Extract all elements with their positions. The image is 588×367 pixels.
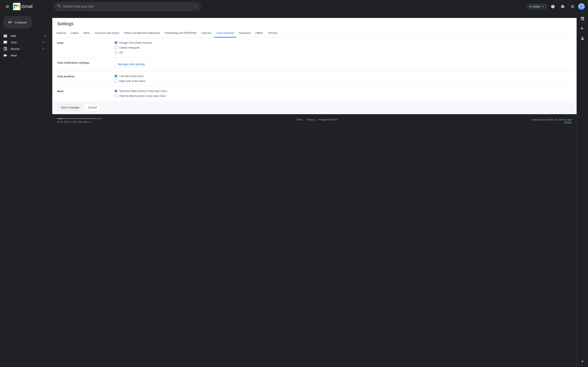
left-side-radio[interactable] bbox=[114, 75, 118, 78]
calendar-panel-icon[interactable] bbox=[579, 15, 587, 23]
manage-chat-settings-button[interactable]: Manage chat settings bbox=[114, 61, 148, 68]
meet-label: Meet bbox=[11, 54, 17, 57]
google-chat-option[interactable]: Google Chat (Early Access) bbox=[114, 41, 152, 44]
chat-off-radio[interactable] bbox=[114, 51, 118, 54]
save-changes-button[interactable]: Save Changes bbox=[57, 104, 83, 111]
settings-rows: Chat: Google Chat (Early Access) Classic… bbox=[52, 38, 577, 101]
content-area: Settings General Labels Inbox Accounts a… bbox=[52, 13, 577, 367]
topbar-left: Gmail bbox=[3, 2, 52, 11]
menu-icon[interactable] bbox=[3, 2, 11, 11]
status-badge[interactable]: Active bbox=[527, 4, 547, 9]
privacy-link[interactable]: Privacy bbox=[307, 118, 315, 121]
tab-advanced[interactable]: Advanced bbox=[236, 29, 253, 38]
meet-icon bbox=[3, 53, 7, 58]
chat-setting-row: Chat: Google Chat (Early Access) Classic… bbox=[52, 38, 577, 58]
chat-notification-row: Chat notification settings: Manage chat … bbox=[52, 58, 577, 71]
tasks-panel-icon[interactable] bbox=[579, 25, 587, 33]
left-side-option[interactable]: Left side of the inbox bbox=[114, 75, 146, 78]
storage-used: 22.57 GB of 2,052 GB used bbox=[57, 120, 87, 123]
hide-meet-radio[interactable] bbox=[114, 94, 118, 98]
help-icon[interactable] bbox=[549, 2, 557, 11]
sidebar-item-meet[interactable]: Meet bbox=[0, 52, 49, 59]
right-side-radio[interactable] bbox=[114, 79, 118, 83]
main-layout: ✏ Compose Mail 2 Chat + bbox=[0, 13, 588, 367]
tab-general[interactable]: General bbox=[54, 29, 68, 38]
tab-accounts[interactable]: Accounts and Import bbox=[92, 29, 121, 38]
add-panel-icon[interactable] bbox=[579, 357, 587, 365]
footer: 22.57 GB of 2,052 GB used ↗ Terms · Priv… bbox=[52, 114, 577, 128]
meet-options: Show the Meet section in the main menu H… bbox=[114, 89, 167, 98]
tab-addons[interactable]: Add-ons bbox=[199, 29, 214, 38]
settings-actions: Save Changes Cancel bbox=[52, 101, 577, 114]
right-panels bbox=[577, 13, 588, 367]
compose-label: Compose bbox=[15, 21, 27, 24]
settings-icon[interactable] bbox=[559, 2, 567, 11]
compose-plus-icon: ✏ bbox=[8, 20, 12, 25]
topbar: Gmail Active bbox=[0, 0, 588, 13]
tab-labels[interactable]: Labels bbox=[68, 29, 81, 38]
footer-activity: Last account activity: 31 minutes ago De… bbox=[531, 118, 572, 124]
chat-off-option[interactable]: Off bbox=[114, 51, 152, 54]
mail-icon bbox=[3, 34, 7, 38]
contacts-panel-icon[interactable] bbox=[579, 34, 587, 42]
tab-offline[interactable]: Offline bbox=[253, 29, 265, 38]
search-dropdown-icon[interactable] bbox=[194, 4, 198, 9]
details-link[interactable]: Details bbox=[531, 121, 572, 124]
status-dropdown-icon bbox=[541, 5, 545, 8]
avatar[interactable] bbox=[578, 3, 585, 10]
google-chat-label: Google Chat (Early Access) bbox=[119, 41, 152, 44]
apps-icon[interactable] bbox=[568, 2, 577, 11]
chat-notification-options: Manage chat settings bbox=[114, 61, 148, 68]
sidebar: ✏ Compose Mail 2 Chat + bbox=[0, 13, 52, 367]
tab-themes[interactable]: Themes bbox=[265, 29, 280, 38]
show-meet-option[interactable]: Show the Meet section in the main menu bbox=[114, 89, 167, 92]
storage-fill bbox=[57, 118, 62, 119]
tab-filters[interactable]: Filters and Blocked Addresses bbox=[122, 29, 162, 38]
rooms-icon bbox=[3, 47, 7, 51]
hide-meet-option[interactable]: Hide the Meet section in the main menu bbox=[114, 94, 167, 98]
program-policies-link[interactable]: Program Policies bbox=[319, 118, 337, 121]
chat-off-label: Off bbox=[119, 51, 123, 54]
sidebar-item-rooms[interactable]: Rooms + bbox=[0, 46, 49, 52]
storage-external-link-icon[interactable]: ↗ bbox=[88, 120, 91, 124]
mail-badge: 2 bbox=[44, 34, 46, 37]
chat-options: Google Chat (Early Access) Classic Hango… bbox=[114, 41, 152, 54]
terms-link[interactable]: Terms bbox=[296, 118, 303, 121]
storage-section: 22.57 GB of 2,052 GB used ↗ bbox=[57, 118, 102, 124]
rooms-label: Rooms bbox=[11, 47, 20, 50]
classic-hangouts-radio[interactable] bbox=[114, 46, 118, 49]
footer-separator-1: · bbox=[305, 118, 305, 121]
chat-label: Chat bbox=[11, 41, 17, 44]
status-dot bbox=[529, 6, 531, 8]
app-name: Gmail bbox=[21, 4, 33, 9]
sidebar-item-chat[interactable]: Chat + bbox=[0, 39, 49, 46]
meet-setting-label: Meet: bbox=[57, 89, 114, 93]
svg-point-2 bbox=[580, 5, 583, 7]
chat-position-row: Chat position: Left side of the inbox Ri… bbox=[52, 71, 577, 86]
classic-hangouts-option[interactable]: Classic Hangouts bbox=[114, 46, 152, 49]
chat-add-icon[interactable]: + bbox=[41, 40, 46, 45]
rooms-add-icon[interactable]: + bbox=[41, 47, 46, 51]
status-label: Active bbox=[532, 5, 540, 8]
activity-label: Last account activity: 31 minutes ago bbox=[531, 118, 572, 121]
google-chat-radio[interactable] bbox=[114, 41, 118, 44]
tab-chat-meet[interactable]: Chat and Meet bbox=[214, 29, 236, 38]
chat-icon bbox=[3, 40, 7, 44]
tab-forwarding[interactable]: Forwarding and POP/IMAP bbox=[162, 29, 199, 38]
search-bar bbox=[54, 2, 201, 11]
settings-wrapper: Settings General Labels Inbox Accounts a… bbox=[52, 18, 577, 114]
compose-button[interactable]: ✏ Compose bbox=[3, 16, 32, 29]
chat-notification-label: Chat notification settings: bbox=[57, 61, 114, 64]
mail-label: Mail bbox=[11, 34, 16, 38]
topbar-right: Active bbox=[527, 2, 585, 11]
search-input[interactable] bbox=[63, 5, 192, 8]
hide-meet-label: Hide the Meet section in the main menu bbox=[119, 94, 166, 98]
tab-inbox[interactable]: Inbox bbox=[81, 29, 93, 38]
footer-links: Terms · Privacy · Program Policies bbox=[296, 118, 337, 121]
footer-separator-2: · bbox=[316, 118, 317, 121]
sidebar-item-mail[interactable]: Mail 2 bbox=[0, 33, 49, 39]
cancel-button[interactable]: Cancel bbox=[85, 104, 100, 111]
show-meet-radio[interactable] bbox=[114, 89, 118, 92]
settings-title: Settings bbox=[52, 18, 577, 29]
right-side-option[interactable]: Right side of the inbox bbox=[114, 79, 146, 83]
